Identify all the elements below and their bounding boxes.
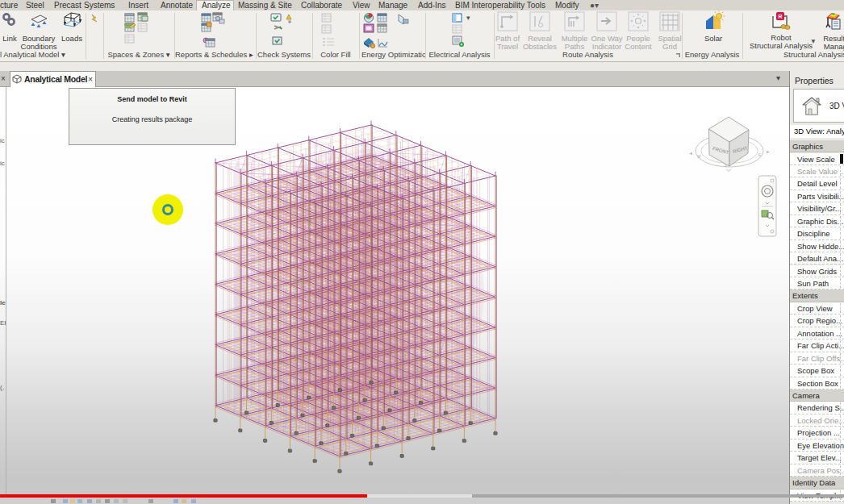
svg-text:R: R (779, 14, 783, 19)
svg-text:▾: ▾ (466, 14, 470, 22)
svg-text:W: W (697, 155, 701, 159)
svg-text:E: E (758, 153, 761, 157)
